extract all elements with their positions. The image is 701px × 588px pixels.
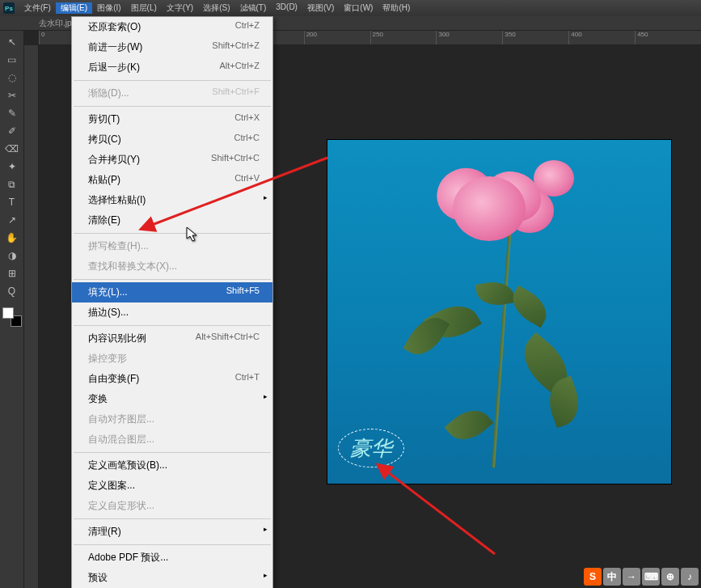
tool-1[interactable]: ▭ [3, 52, 21, 68]
menu-item-7[interactable]: 拷贝(C)Ctrl+C [72, 129, 272, 150]
menu-0[interactable]: 文件(F) [19, 2, 56, 14]
menu-item-label: 选择性粘贴(I) [88, 193, 146, 207]
menu-item-9[interactable]: 粘贴(P)Ctrl+V [72, 170, 272, 190]
tool-6[interactable]: ⌫ [3, 141, 21, 157]
menu-item-label: 前进一步(W) [88, 40, 142, 54]
tool-9[interactable]: T [3, 194, 21, 210]
menu-4[interactable]: 文字(Y) [162, 2, 198, 14]
menu-item-label: 内容识别比例 [88, 332, 146, 345]
menu-item-16[interactable]: 填充(L)...Shift+F5 [72, 282, 272, 302]
menu-item-shortcut: Ctrl+V [234, 173, 260, 187]
menu-item-26[interactable]: 定义画笔预设(B)... [72, 455, 272, 476]
menu-item-label: 还原套索(O) [88, 20, 141, 34]
menu-separator [74, 80, 271, 81]
menu-9[interactable]: 窗口(W) [339, 2, 378, 14]
menu-item-label: 合并拷贝(Y) [88, 153, 140, 167]
menu-item-28: 定义自定形状... [72, 496, 272, 516]
tool-14[interactable]: Q [3, 283, 21, 299]
menu-item-label: 拼写检查(H)... [88, 239, 149, 253]
menu-item-shortcut: Shift+Ctrl+Z [212, 40, 260, 54]
menu-1[interactable]: 编辑(E) [56, 2, 92, 14]
menu-item-label: 填充(L)... [88, 286, 128, 299]
menu-item-label: 定义图案... [88, 479, 135, 493]
color-swatches[interactable] [2, 307, 22, 327]
menu-item-shortcut: Shift+Ctrl+C [211, 153, 260, 167]
menu-7[interactable]: 3D(D) [271, 2, 302, 14]
menu-3[interactable]: 图层(L) [126, 2, 162, 14]
menu-item-label: 清理(R) [88, 525, 121, 539]
menu-item-shortcut: Ctrl+X [234, 112, 260, 126]
menu-item-shortcut: Alt+Shift+Ctrl+C [196, 332, 260, 345]
tool-2[interactable]: ◌ [3, 70, 21, 86]
menu-item-label: 变换 [88, 392, 108, 406]
menu-item-8[interactable]: 合并拷贝(Y)Shift+Ctrl+C [72, 150, 272, 170]
menu-item-label: 粘贴(P) [88, 173, 120, 187]
menu-item-1[interactable]: 前进一步(W)Shift+Ctrl+Z [72, 37, 272, 57]
ime-arrow-icon[interactable]: → [623, 568, 640, 586]
edit-menu[interactable]: 还原套索(O)Ctrl+Z前进一步(W)Shift+Ctrl+Z后退一步(K)A… [71, 16, 273, 588]
menu-item-22[interactable]: 变换 [72, 389, 272, 409]
ruler-vertical [24, 45, 39, 588]
menu-item-17[interactable]: 描边(S)... [72, 302, 272, 323]
menu-item-label: 拷贝(C) [88, 133, 121, 146]
ime-sogou-icon[interactable]: S [584, 568, 602, 586]
menu-8[interactable]: 视图(V) [302, 2, 339, 14]
menubar: Ps 文件(F)编辑(E)图像(I)图层(L)文字(Y)选择(S)滤镜(T)3D… [0, 0, 701, 16]
menu-item-30[interactable]: 清理(R) [72, 522, 272, 542]
menu-separator [74, 233, 271, 234]
ruler-tick: 300 [436, 31, 502, 44]
menu-6[interactable]: 滤镜(T) [235, 2, 272, 14]
canvas[interactable]: 豪华 [327, 140, 671, 484]
ruler-tick: 200 [304, 31, 370, 44]
ime-settings-icon[interactable]: ⊕ [661, 568, 679, 586]
menu-separator [74, 518, 271, 519]
menu-separator [74, 544, 271, 545]
menu-item-label: 定义画笔预设(B)... [88, 459, 167, 472]
menu-item-32[interactable]: Adobe PDF 预设... [72, 548, 272, 568]
tool-5[interactable]: ✐ [3, 123, 21, 139]
menu-item-label: 查找和替换文本(X)... [88, 260, 177, 273]
menu-item-21[interactable]: 自由变换(F)Ctrl+T [72, 369, 272, 389]
menu-item-label: 自由变换(F) [88, 372, 139, 386]
menu-item-shortcut: Ctrl+Z [235, 20, 260, 34]
menu-item-label: 自动混合图层... [88, 433, 154, 446]
menu-item-6[interactable]: 剪切(T)Ctrl+X [72, 109, 272, 129]
menu-item-label: 后退一步(K) [88, 61, 140, 74]
menu-item-label: 自动对齐图层... [88, 412, 154, 426]
ps-logo: Ps [3, 2, 15, 14]
tool-3[interactable]: ✂ [3, 87, 21, 104]
menu-item-27[interactable]: 定义图案... [72, 476, 272, 496]
ruler-tick: 450 [635, 31, 701, 44]
tool-13[interactable]: ⊞ [3, 265, 21, 281]
menu-10[interactable]: 帮助(H) [378, 2, 415, 14]
ime-chinese-icon[interactable]: 中 [603, 568, 621, 586]
tool-8[interactable]: ⧉ [3, 176, 21, 192]
menu-item-10[interactable]: 选择性粘贴(I) [72, 190, 272, 210]
menu-item-11[interactable]: 清除(E) [72, 210, 272, 231]
tool-0[interactable]: ↖ [3, 34, 21, 50]
ime-keyboard-icon[interactable]: ⌨ [642, 568, 660, 586]
tool-12[interactable]: ◑ [3, 247, 21, 264]
menu-item-label: 渐隐(D)... [88, 87, 129, 100]
menu-item-0[interactable]: 还原套索(O)Ctrl+Z [72, 17, 272, 37]
tool-11[interactable]: ✋ [3, 230, 21, 246]
menu-item-23: 自动对齐图层... [72, 409, 272, 429]
menu-item-label: 清除(E) [88, 214, 120, 227]
tool-7[interactable]: ✦ [3, 159, 21, 175]
menu-separator [74, 106, 271, 107]
tool-4[interactable]: ✎ [3, 105, 21, 121]
watermark-selection[interactable]: 豪华 [338, 429, 404, 467]
menu-item-2[interactable]: 后退一步(K)Alt+Ctrl+Z [72, 57, 272, 78]
menu-item-shortcut: Ctrl+C [234, 133, 260, 146]
tool-10[interactable]: ↗ [3, 212, 21, 228]
menu-separator [74, 279, 271, 280]
menu-item-label: 剪切(T) [88, 112, 120, 126]
menu-5[interactable]: 选择(S) [198, 2, 234, 14]
ime-toolbar: S 中 → ⌨ ⊕ ♪ [584, 568, 699, 586]
ime-sound-icon[interactable]: ♪ [681, 568, 699, 586]
flower-image [380, 160, 574, 467]
menu-2[interactable]: 图像(I) [92, 2, 125, 14]
menu-item-19[interactable]: 内容识别比例Alt+Shift+Ctrl+C [72, 328, 272, 349]
menu-item-33[interactable]: 预设 [72, 568, 272, 588]
toolbar: ↖▭◌✂✎✐⌫✦⧉T↗✋◑⊞Q [0, 31, 24, 588]
